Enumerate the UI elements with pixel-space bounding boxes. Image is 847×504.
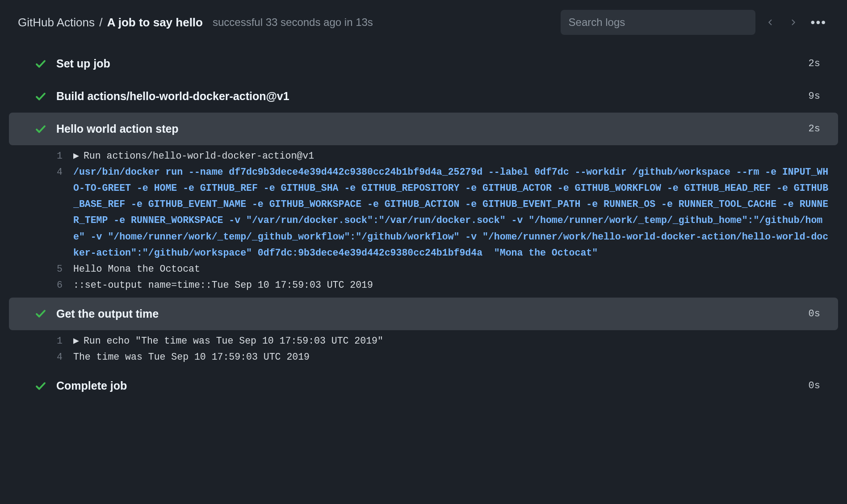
more-options-button[interactable]: ••• [808,15,829,29]
log-header: GitHub Actions / A job to say hello succ… [0,0,847,43]
log-text: Run echo "The time was Tue Sep 10 17:59:… [84,336,383,346]
line-number: 6 [31,277,73,293]
log-block: 1▶Run echo "The time was Tue Sep 10 17:5… [0,330,847,370]
step-row[interactable]: Set up job2s [9,47,838,80]
step-row[interactable]: Get the output time0s [9,298,838,330]
log-content: The time was Tue Sep 10 17:59:03 UTC 201… [73,349,829,365]
line-number: 5 [31,261,73,277]
log-text: /usr/bin/docker run --name df7dc9b3dece4… [73,167,828,258]
step-name: Complete job [56,379,809,392]
log-text: Run actions/hello-world-docker-action@v1 [84,151,314,161]
step-name: Hello world action step [56,122,809,135]
line-number: 4 [31,349,73,365]
log-content: ▶Run actions/hello-world-docker-action@v… [73,148,829,164]
line-number: 1 [31,333,73,349]
header-actions: ••• [561,10,829,35]
step-duration: 2s [809,123,820,134]
log-line: 6::set-output name=time::Tue Sep 10 17:5… [0,277,829,293]
log-text: ::set-output name=time::Tue Sep 10 17:59… [73,280,373,290]
log-content: ▶Run echo "The time was Tue Sep 10 17:59… [73,333,829,349]
check-icon [35,308,46,319]
check-icon [35,91,46,102]
log-block: 1▶Run actions/hello-world-docker-action@… [0,145,847,298]
disclosure-triangle-icon[interactable]: ▶ [73,151,79,161]
search-input[interactable] [561,10,755,35]
log-line: 1▶Run echo "The time was Tue Sep 10 17:5… [0,333,829,349]
log-text: The time was Tue Sep 10 17:59:03 UTC 201… [73,352,310,362]
step-row[interactable]: Complete job0s [9,370,838,402]
step-name: Get the output time [56,307,809,320]
check-icon [35,123,46,135]
check-icon [35,380,46,392]
log-content: /usr/bin/docker run --name df7dc9b3dece4… [73,164,829,261]
check-icon [35,58,46,70]
log-content: ::set-output name=time::Tue Sep 10 17:59… [73,277,829,293]
step-row[interactable]: Build actions/hello-world-docker-action@… [9,80,838,113]
line-number: 4 [31,164,73,180]
step-name: Set up job [56,57,809,70]
disclosure-triangle-icon[interactable]: ▶ [73,336,79,346]
next-result-button[interactable] [786,15,800,29]
workflow-name[interactable]: GitHub Actions [18,16,95,29]
log-line: 1▶Run actions/hello-world-docker-action@… [0,148,829,164]
steps-list: Set up job2sBuild actions/hello-world-do… [0,43,847,424]
log-text: Hello Mona the Octocat [73,264,200,274]
step-duration: 0s [809,308,820,319]
prev-result-button[interactable] [763,15,778,29]
line-number: 1 [31,148,73,164]
job-status-text: successful 33 seconds ago in 13s [213,16,373,29]
step-name: Build actions/hello-world-docker-action@… [56,90,809,103]
step-duration: 9s [809,91,820,102]
log-line: 4/usr/bin/docker run --name df7dc9b3dece… [0,164,829,261]
log-content: Hello Mona the Octocat [73,261,829,277]
job-name: A job to say hello [107,16,203,29]
log-line: 4The time was Tue Sep 10 17:59:03 UTC 20… [0,349,829,365]
step-row[interactable]: Hello world action step2s [9,113,838,145]
breadcrumb-separator: / [99,16,102,29]
step-duration: 2s [809,58,820,69]
breadcrumb: GitHub Actions / A job to say hello [18,16,203,29]
step-duration: 0s [809,380,820,391]
log-line: 5Hello Mona the Octocat [0,261,829,277]
